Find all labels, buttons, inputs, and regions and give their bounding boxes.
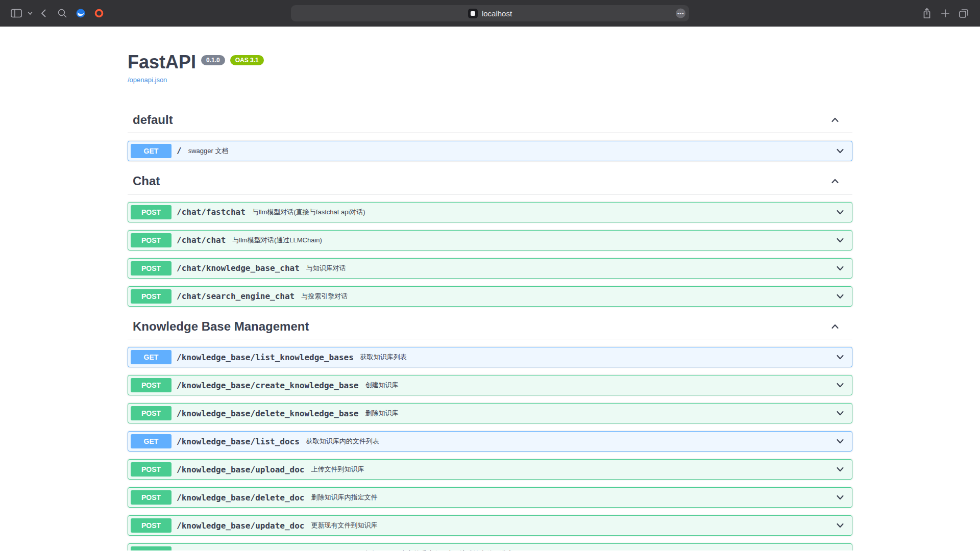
plus-icon (941, 9, 950, 18)
op-path: /knowledge_base/list_knowledge_bases (177, 353, 354, 362)
op-summary: 上传文件到知识库 (311, 465, 364, 474)
collapse-section-icon[interactable] (830, 176, 840, 186)
toolbar-left-group (7, 5, 108, 21)
expand-operation-icon[interactable] (835, 380, 845, 390)
share-button[interactable] (918, 5, 936, 21)
operation-row[interactable]: POST /knowledge_base/delete_doc 删除知识库内指定… (128, 487, 852, 508)
method-badge: POST (131, 518, 172, 533)
extension-button-blue[interactable] (71, 5, 90, 21)
section-header[interactable]: Knowledge Base Management (128, 314, 852, 340)
tab-overview-button[interactable] (954, 5, 973, 21)
op-summary: 与llm模型对话(通过LLMChain) (232, 236, 322, 245)
op-summary: 创建知识库 (365, 381, 398, 390)
content-wrapper: FastAPI 0.1.0 OAS 3.1 /openapi.json defa… (117, 53, 863, 550)
page-menu-button[interactable]: ••• (676, 9, 685, 18)
api-tag-section: Chat POST /chat/fastchat 与llm模型对话(直接与fas… (128, 169, 852, 307)
expand-operation-icon[interactable] (835, 520, 845, 531)
ring-extension-icon (94, 8, 104, 18)
operation-row[interactable]: GET / swagger 文档 (128, 141, 852, 161)
section-operations: GET /knowledge_base/list_knowledge_bases… (128, 339, 852, 550)
back-arrow-icon (39, 8, 49, 18)
back-button[interactable] (35, 5, 53, 21)
expand-operation-icon[interactable] (835, 436, 845, 446)
operation-row[interactable]: POST /knowledge_base/upload_doc 上传文件到知识库 (128, 459, 852, 480)
op-path: /chat/fastchat (177, 207, 246, 217)
site-favicon-glyph (471, 11, 475, 16)
site-favicon (468, 9, 478, 18)
bird-extension-icon (76, 8, 86, 18)
api-tag-section: Knowledge Base Management GET /knowledge… (128, 314, 852, 550)
op-path: /chat/search_engine_chat (177, 291, 295, 301)
method-badge: POST (131, 205, 172, 219)
api-info: FastAPI 0.1.0 OAS 3.1 /openapi.json (128, 53, 852, 84)
op-summary: 删除知识库 (365, 409, 398, 418)
search-icon (57, 8, 67, 18)
op-summary: 获取知识库内的文件列表 (306, 437, 379, 446)
sidebar-toggle-button[interactable] (7, 5, 26, 21)
section-title: Chat (133, 174, 160, 189)
section-header[interactable]: default (128, 108, 852, 133)
operation-row[interactable]: GET /knowledge_base/list_docs 获取知识库内的文件列… (128, 431, 852, 452)
new-tab-button[interactable] (936, 5, 954, 21)
api-tag-section: default GET / swagger 文档 (128, 108, 852, 161)
api-sections: default GET / swagger 文档 Chat POST /chat… (128, 108, 852, 550)
operation-row[interactable]: POST /knowledge_base/delete_knowledge_ba… (128, 403, 852, 423)
section-operations: GET / swagger 文档 (128, 133, 852, 161)
op-path: /knowledge_base/update_doc (177, 521, 304, 531)
collapse-section-icon[interactable] (830, 115, 840, 125)
section-header[interactable]: Chat (128, 169, 852, 194)
method-badge: GET (131, 144, 172, 158)
op-summary: 获取知识库列表 (360, 353, 407, 362)
method-badge: POST (131, 261, 172, 276)
collapse-section-icon[interactable] (830, 321, 840, 332)
operation-row[interactable]: POST /knowledge_base/create_knowledge_ba… (128, 375, 852, 395)
op-summary: 与搜索引擎对话 (301, 292, 348, 301)
sidebar-menu-button[interactable] (26, 5, 35, 21)
toolbar-right-group (918, 5, 973, 21)
expand-operation-icon[interactable] (835, 291, 845, 302)
section-title: default (133, 113, 173, 128)
browser-toolbar: localhost ••• (0, 0, 980, 27)
method-badge: POST (131, 378, 172, 392)
tab-overview-icon (959, 8, 969, 18)
op-path: /knowledge_base/delete_knowledge_base (177, 409, 358, 418)
extension-button-orange[interactable] (90, 5, 108, 21)
operation-row[interactable]: POST /knowledge_base/update_doc 更新现有文件到知… (128, 515, 852, 536)
op-summary: 与知识库对话 (306, 264, 346, 273)
expand-operation-icon[interactable] (835, 492, 845, 503)
op-path: /knowledge_base/recreate_vector_store (177, 549, 358, 550)
address-bar[interactable]: localhost ••• (291, 5, 689, 21)
op-path: /knowledge_base/list_docs (177, 437, 300, 446)
method-badge: GET (131, 350, 172, 364)
op-path: /knowledge_base/upload_doc (177, 465, 304, 474)
operation-row[interactable]: POST /chat/knowledge_base_chat 与知识库对话 (128, 258, 852, 279)
expand-operation-icon[interactable] (835, 408, 845, 418)
expand-operation-icon[interactable] (835, 263, 845, 273)
expand-operation-icon[interactable] (835, 235, 845, 245)
expand-operation-icon[interactable] (835, 146, 845, 156)
expand-operation-icon[interactable] (835, 464, 845, 474)
method-badge: GET (131, 434, 172, 448)
expand-operation-icon[interactable] (835, 207, 845, 217)
version-badge: 0.1.0 (201, 55, 225, 65)
page-title: FastAPI 0.1.0 OAS 3.1 (128, 53, 852, 71)
operation-row[interactable]: POST /chat/fastchat 与llm模型对话(直接与fastchat… (128, 202, 852, 222)
operation-row[interactable]: POST /chat/search_engine_chat 与搜索引擎对话 (128, 286, 852, 307)
operation-row[interactable]: GET /knowledge_base/list_knowledge_bases… (128, 347, 852, 367)
op-summary: 更新现有文件到知识库 (311, 521, 377, 530)
op-path: /chat/knowledge_base_chat (177, 263, 300, 273)
op-summary: 与llm模型对话(直接与fastchat api对话) (252, 208, 365, 217)
expand-operation-icon[interactable] (835, 352, 845, 362)
openapi-json-link[interactable]: /openapi.json (128, 76, 167, 84)
expand-operation-icon[interactable] (835, 548, 845, 550)
search-button[interactable] (53, 5, 71, 21)
section-operations: POST /chat/fastchat 与llm模型对话(直接与fastchat… (128, 194, 852, 307)
op-path: /knowledge_base/create_knowledge_base (177, 381, 358, 390)
api-title-text: FastAPI (128, 53, 196, 71)
method-badge: POST (131, 289, 172, 304)
operation-row[interactable]: POST /chat/chat 与llm模型对话(通过LLMChain) (128, 230, 852, 251)
op-summary: 根据content中文档重建向量库，流式输出处理进度。 (365, 549, 520, 550)
operation-row[interactable]: POST /knowledge_base/recreate_vector_sto… (128, 543, 852, 550)
op-summary: swagger 文档 (188, 146, 229, 156)
method-badge: POST (131, 462, 172, 477)
